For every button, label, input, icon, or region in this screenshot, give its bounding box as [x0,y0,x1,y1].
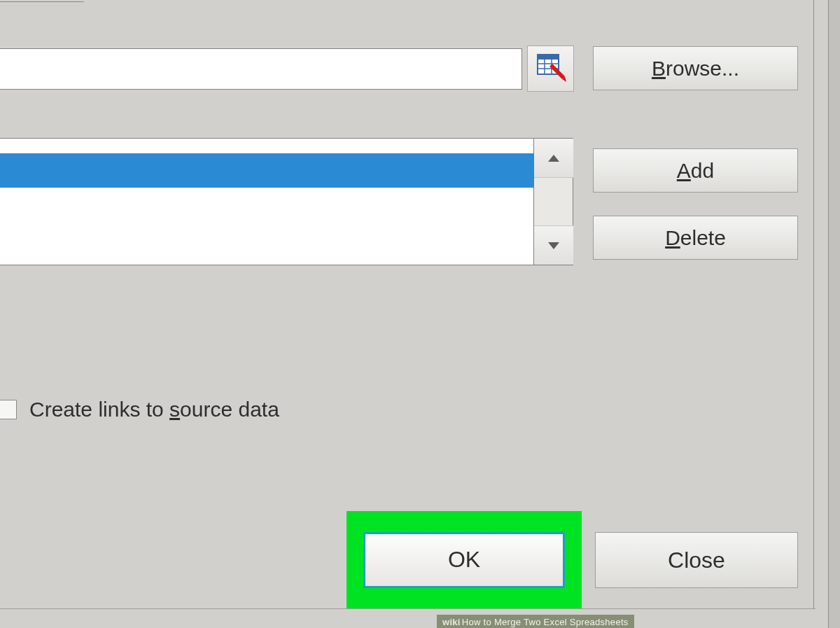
dialog-right-border [813,0,814,609]
close-button-label: Close [668,547,725,573]
chevron-up-icon [547,149,561,167]
collapse-dialog-button[interactable] [527,46,574,92]
ok-highlight: OK [346,511,582,608]
partial-top-field-border [0,0,84,2]
watermark-brand: wiki [442,617,461,627]
browse-button[interactable]: Browse... [593,46,798,90]
outer-right-strip [829,0,840,628]
references-listbox[interactable] [0,138,534,265]
create-links-checkbox[interactable] [0,400,17,419]
add-button-label: Add [677,159,714,183]
listbox-scrollbar[interactable] [534,138,573,265]
browse-button-label: Browse... [652,57,739,81]
create-links-label: Create links to source data [29,398,279,421]
ok-button[interactable]: OK [363,532,565,588]
svg-rect-1 [538,55,559,60]
delete-button-label: Delete [665,226,726,250]
ok-button-label: OK [448,547,480,573]
svg-marker-9 [548,242,559,249]
watermark-text: How to Merge Two Excel Spreadsheets [462,617,629,627]
dialog-bottom-border [0,608,816,609]
create-links-row: Create links to source data [0,398,279,421]
selected-reference-row[interactable] [0,153,534,188]
reference-input[interactable] [0,48,522,90]
svg-marker-8 [548,155,559,162]
delete-button[interactable]: Delete [593,216,798,260]
scroll-up-button[interactable] [534,139,573,178]
watermark: wiki How to Merge Two Excel Spreadsheets [437,615,634,628]
scroll-down-button[interactable] [534,225,573,265]
add-button[interactable]: Add [593,148,798,193]
chevron-down-icon [547,237,561,255]
close-button[interactable]: Close [595,532,798,588]
range-selector-icon [536,51,566,87]
